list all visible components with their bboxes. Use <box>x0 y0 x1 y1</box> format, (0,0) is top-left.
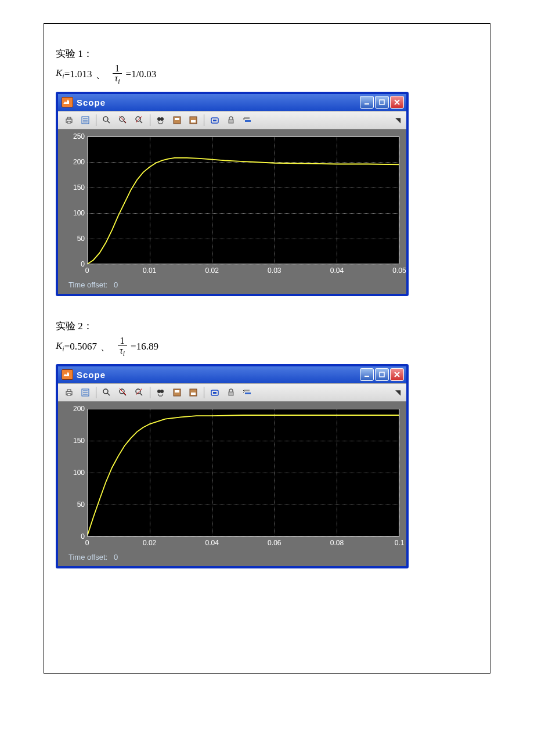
svg-rect-52 <box>213 392 217 394</box>
matlab-scope-icon <box>62 97 73 107</box>
lock-icon[interactable] <box>223 386 239 399</box>
zoom-in-icon[interactable] <box>99 113 114 127</box>
minimize-button[interactable] <box>360 96 374 109</box>
restore-axes-icon[interactable] <box>186 386 201 399</box>
svg-rect-29 <box>380 372 384 377</box>
svg-point-11 <box>120 117 124 121</box>
page-frame: 实验 1： Ki =1.013 、 1 τi =1/0.03 Scope <box>44 23 490 674</box>
zoom-y-icon[interactable] <box>132 113 147 127</box>
k-value: =0.5067 <box>64 341 97 352</box>
svg-rect-27 <box>245 120 251 122</box>
svg-rect-26 <box>244 117 250 119</box>
x-axis-labels-2: 00.020.040.060.080.1 <box>87 539 399 550</box>
toolbar-separator <box>204 387 204 398</box>
toolbar: ◥ <box>58 383 406 402</box>
save-axes-icon[interactable] <box>169 113 185 127</box>
window-controls <box>360 368 404 381</box>
svg-rect-20 <box>175 118 179 120</box>
svg-point-18 <box>160 117 164 121</box>
titlebar[interactable]: Scope <box>58 94 406 111</box>
svg-rect-3 <box>67 117 71 119</box>
experiment-2-title: 实验 2： <box>56 319 478 333</box>
svg-rect-54 <box>244 390 250 391</box>
zoom-y-icon[interactable] <box>132 386 147 399</box>
svg-rect-0 <box>365 103 369 105</box>
time-offset-label: Time offset: 0 <box>65 550 399 563</box>
toolbar-separator <box>150 387 150 398</box>
scope-window-2: Scope ◥ 050100150200 00 <box>56 364 409 568</box>
svg-point-9 <box>103 117 108 121</box>
scope-window-1: Scope ◥ 050100150200250 <box>56 92 409 296</box>
titlebar[interactable]: Scope <box>58 366 406 383</box>
window-controls <box>360 96 404 109</box>
svg-rect-24 <box>213 120 217 121</box>
k-value: =1.013 <box>64 69 92 80</box>
svg-point-42 <box>136 389 140 394</box>
fraction: 1 τi <box>117 336 127 357</box>
fraction: 1 τi <box>113 64 122 85</box>
print-icon[interactable] <box>62 386 77 399</box>
toolbar-separator <box>204 114 204 126</box>
print-icon[interactable] <box>62 113 77 127</box>
save-axes-icon[interactable] <box>169 386 185 399</box>
svg-rect-4 <box>67 121 71 123</box>
svg-line-43 <box>140 393 142 395</box>
signal-select-icon[interactable] <box>240 386 255 399</box>
toolbar-separator <box>96 114 96 126</box>
zoom-in-icon[interactable] <box>99 386 114 399</box>
separator: 、 <box>100 340 110 354</box>
parameters-icon[interactable] <box>78 113 93 127</box>
close-button[interactable] <box>390 96 404 109</box>
window-title: Scope <box>77 98 360 107</box>
float-icon[interactable] <box>207 386 222 399</box>
toolbar-separator <box>96 387 96 398</box>
k-symbol: Ki <box>56 340 64 354</box>
svg-point-46 <box>160 390 164 393</box>
lock-icon[interactable] <box>223 113 239 127</box>
experiment-2-formula: Ki =0.5067 、 1 τi =16.89 <box>56 336 478 357</box>
autoscale-icon[interactable] <box>153 113 168 127</box>
svg-rect-55 <box>245 393 251 394</box>
svg-rect-25 <box>229 120 233 123</box>
svg-rect-28 <box>365 376 369 377</box>
svg-point-14 <box>136 117 140 121</box>
toolbar-overflow-icon[interactable]: ◥ <box>395 388 403 397</box>
experiment-1-formula: Ki =1.013 、 1 τi =1/0.03 <box>56 64 478 85</box>
zoom-x-icon[interactable] <box>116 386 131 399</box>
svg-point-39 <box>120 389 124 394</box>
axes-2[interactable]: 050100150200 <box>87 409 399 537</box>
svg-rect-50 <box>191 393 196 395</box>
autoscale-icon[interactable] <box>153 386 168 399</box>
svg-line-10 <box>107 121 110 123</box>
svg-line-15 <box>140 121 142 123</box>
plot-area-1: 050100150200250 00.010.020.030.040.05 Ti… <box>58 129 406 294</box>
experiment-1-title: 实验 1： <box>56 47 478 60</box>
axes-1[interactable]: 050100150200250 <box>87 136 399 264</box>
minimize-button[interactable] <box>360 368 374 381</box>
separator: 、 <box>96 68 106 81</box>
signal-select-icon[interactable] <box>240 113 255 127</box>
maximize-button[interactable] <box>375 368 389 381</box>
window-title: Scope <box>77 370 360 380</box>
zoom-x-icon[interactable] <box>116 113 131 127</box>
rhs-value: =16.89 <box>131 341 158 352</box>
x-axis-labels-1: 00.010.020.030.040.05 <box>87 267 399 278</box>
maximize-button[interactable] <box>375 96 389 109</box>
matlab-scope-icon <box>62 369 73 380</box>
svg-point-37 <box>103 389 108 394</box>
toolbar-overflow-icon[interactable]: ◥ <box>395 116 403 125</box>
k-symbol: Ki <box>56 67 64 81</box>
svg-rect-1 <box>380 100 384 105</box>
svg-rect-22 <box>191 120 196 123</box>
svg-rect-48 <box>175 390 179 393</box>
close-button[interactable] <box>390 368 404 381</box>
parameters-icon[interactable] <box>78 386 93 399</box>
toolbar-separator <box>150 114 150 126</box>
rhs-value: =1/0.03 <box>126 69 157 80</box>
time-offset-label: Time offset: 0 <box>65 278 399 290</box>
restore-axes-icon[interactable] <box>186 113 201 127</box>
svg-rect-32 <box>67 394 71 395</box>
svg-line-38 <box>107 393 110 395</box>
float-icon[interactable] <box>207 113 222 127</box>
plot-area-2: 050100150200 00.020.040.060.080.1 Time o… <box>58 402 406 566</box>
